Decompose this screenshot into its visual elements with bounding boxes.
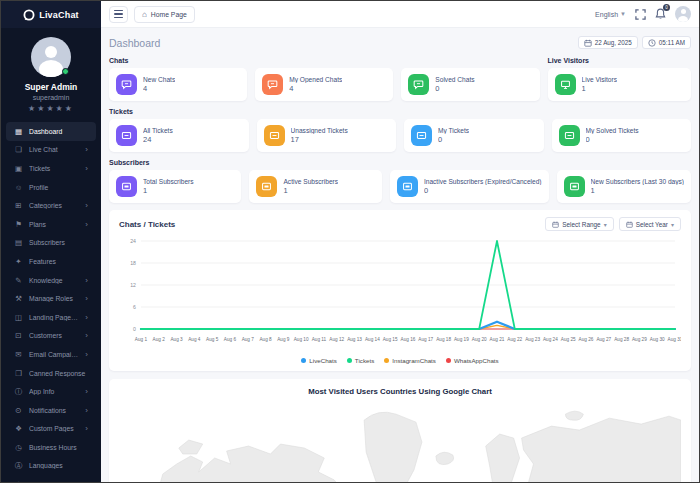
x-tick-label: Aug 8 xyxy=(259,337,272,342)
sidebar-item-custom-pages[interactable]: ❖Custom Pages› xyxy=(6,420,96,439)
sidebar-item-label: Manage Roles xyxy=(29,295,79,302)
sidebar-item-email-campaigns[interactable]: ✉Email Campaigns› xyxy=(6,345,96,364)
x-tick-label: Aug 20 xyxy=(472,337,487,342)
sidebar-item-manage-roles[interactable]: ⚒Manage Roles› xyxy=(6,289,96,308)
hamburger-menu-button[interactable] xyxy=(109,6,128,23)
sidebar-item-profile[interactable]: ☺Profile xyxy=(6,178,96,197)
chevron-right-icon: › xyxy=(85,387,88,396)
chevron-down-icon: ▾ xyxy=(671,221,674,228)
chevron-right-icon: › xyxy=(85,406,88,415)
sidebar-item-plans[interactable]: ⚑Plans› xyxy=(6,215,96,234)
time-badge: 05:11 AM xyxy=(642,36,691,49)
rating-stars: ★★★★★ xyxy=(1,104,101,113)
stat-label: My Tickets xyxy=(438,127,469,134)
stat-value: 0 xyxy=(586,135,639,144)
map-title: Most Visited Users Countries Using Googl… xyxy=(119,387,681,396)
sidebar-item-dashboard[interactable]: ▦Dashboard xyxy=(6,122,96,141)
section-title: Chats xyxy=(109,57,540,64)
stat-label: Live Visitors xyxy=(582,76,617,83)
calendar-icon xyxy=(552,221,559,228)
y-tick-label: 24 xyxy=(130,238,136,244)
home-icon: ⌂ xyxy=(142,10,147,19)
sidebar-item-subscribers[interactable]: ▤Subscribers xyxy=(6,234,96,253)
stat-label: My Opened Chats xyxy=(289,76,342,83)
x-tick-label: Aug 16 xyxy=(401,337,416,342)
sidebar-item-live-chat[interactable]: ❏Live Chat› xyxy=(6,141,96,160)
fullscreen-icon[interactable] xyxy=(635,9,646,20)
language-selector[interactable]: English ▼ xyxy=(595,11,626,18)
stat-row: TicketsAll Tickets24Unassigned Tickets17… xyxy=(109,108,691,152)
chart-legend: LiveChatsTicketsInstagramChatsWhatsAppCh… xyxy=(119,355,681,367)
business-hours-icon: ◷ xyxy=(14,443,23,452)
home-page-button[interactable]: ⌂ Home Page xyxy=(134,6,195,23)
sidebar-item-landing-page-settings[interactable]: ◫Landing Page Settings› xyxy=(6,308,96,327)
stat-label: New Chats xyxy=(143,76,175,83)
custom-pages-icon: ❖ xyxy=(14,424,23,433)
card-icon xyxy=(397,176,418,197)
chevron-down-icon: ▼ xyxy=(620,11,626,17)
notifications-bell[interactable]: 0 xyxy=(655,8,666,20)
legend-item-tickets[interactable]: Tickets xyxy=(347,357,374,364)
select-year-button[interactable]: Select Year ▾ xyxy=(619,217,681,231)
legend-item-whatsappchats[interactable]: WhatsAppChats xyxy=(446,357,499,364)
email-campaigns-icon: ✉ xyxy=(14,350,23,359)
stat-sections: ChatsNew Chats4My Opened Chats4Solved Ch… xyxy=(109,57,691,203)
card-icon xyxy=(564,176,585,197)
stat-value: 4 xyxy=(289,84,342,93)
sidebar-item-tickets[interactable]: ▣Tickets› xyxy=(6,159,96,178)
sidebar-item-label: Tickets xyxy=(29,165,79,172)
notifications-icon: ⊙ xyxy=(14,406,23,415)
sidebar-item-app-setting[interactable]: ⚙App Setting› xyxy=(6,475,96,483)
section-title: Tickets xyxy=(109,108,691,115)
sidebar-item-customers[interactable]: ⊡Customers› xyxy=(6,327,96,346)
chevron-right-icon: › xyxy=(85,424,88,433)
manage-roles-icon: ⚒ xyxy=(14,294,23,303)
home-page-label: Home Page xyxy=(151,11,187,18)
legend-dot xyxy=(347,358,352,363)
sidebar-item-label: Canned Response xyxy=(29,370,88,377)
x-tick-label: Aug 4 xyxy=(188,337,201,342)
stat-card-live-visitors: Live Visitors1 xyxy=(548,68,692,101)
sidebar-item-knowledge[interactable]: ✎Knowledge› xyxy=(6,271,96,290)
sidebar-item-app-info[interactable]: ⓘApp Info› xyxy=(6,382,96,401)
legend-dot xyxy=(384,358,389,363)
x-tick-label: Aug 15 xyxy=(383,337,398,342)
livachat-logo-icon xyxy=(23,9,35,21)
sidebar-item-business-hours[interactable]: ◷Business Hours xyxy=(6,438,96,457)
chat-icon xyxy=(262,74,283,95)
user-handle: superadmin xyxy=(1,94,101,101)
sidebar-item-label: Live Chat xyxy=(29,146,79,153)
stat-value: 1 xyxy=(283,186,338,195)
chevron-down-icon: ▾ xyxy=(604,221,607,228)
stat-value: 0 xyxy=(435,84,474,93)
legend-label: Tickets xyxy=(355,357,374,364)
stat-value: 0 xyxy=(438,135,469,144)
app-window: LivaChat Super Admin superadmin ★★★★★ ▦D… xyxy=(0,0,700,483)
profile-avatar[interactable] xyxy=(675,6,691,22)
chevron-right-icon: › xyxy=(85,220,88,229)
legend-item-instagramchats[interactable]: InstagramChats xyxy=(384,357,436,364)
x-tick-label: Aug 17 xyxy=(418,337,433,342)
select-range-button[interactable]: Select Range ▾ xyxy=(545,217,613,231)
sidebar-item-features[interactable]: ✦Features xyxy=(6,252,96,271)
sidebar-item-label: Custom Pages xyxy=(29,425,79,432)
ticket-icon xyxy=(264,125,285,146)
sidebar-item-categories[interactable]: ⊞Categories› xyxy=(6,196,96,215)
page-title: Dashboard xyxy=(109,37,160,49)
stat-label: Active Subscribers xyxy=(283,178,338,185)
x-tick-label: Aug 19 xyxy=(454,337,469,342)
stat-group-live-visitors: Live VisitorsLive Visitors1 xyxy=(548,57,692,101)
y-tick-label: 12 xyxy=(130,282,136,288)
x-tick-label: Aug 27 xyxy=(596,337,611,342)
x-tick-label: Aug 13 xyxy=(347,337,362,342)
logo[interactable]: LivaChat xyxy=(1,1,101,28)
stat-label: All Tickets xyxy=(143,127,173,134)
sidebar-item-canned-response[interactable]: ❐Canned Response xyxy=(6,364,96,383)
legend-item-livechats[interactable]: LiveChats xyxy=(301,357,337,364)
languages-icon: Ⓐ xyxy=(14,461,23,471)
x-tick-label: Aug 6 xyxy=(224,337,237,342)
stat-value: 17 xyxy=(291,135,348,144)
customers-icon: ⊡ xyxy=(14,331,23,340)
sidebar-item-notifications[interactable]: ⊙Notifications› xyxy=(6,401,96,420)
sidebar-item-languages[interactable]: ⒶLanguages xyxy=(6,457,96,476)
